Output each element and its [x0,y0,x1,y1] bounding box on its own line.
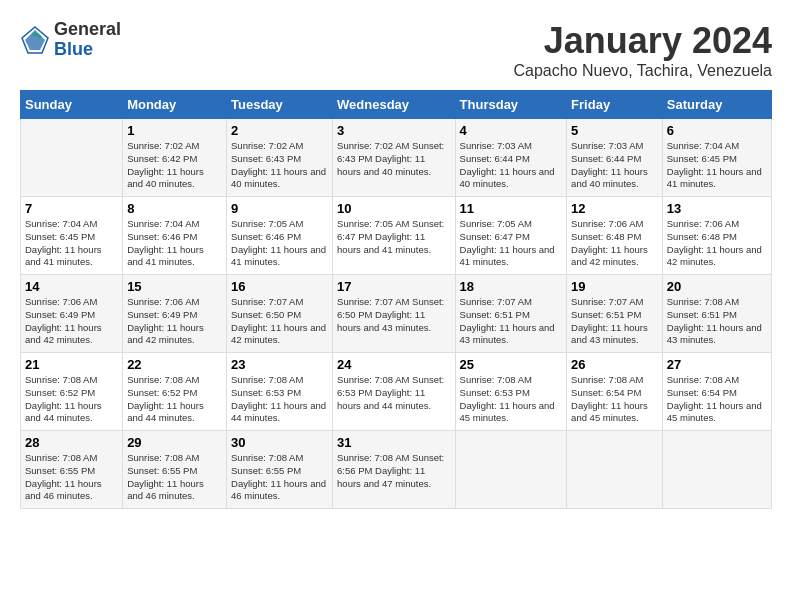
day-info: Sunrise: 7:02 AM Sunset: 6:43 PM Dayligh… [231,140,328,191]
col-thursday: Thursday [455,91,567,119]
calendar-week-row: 21Sunrise: 7:08 AM Sunset: 6:52 PM Dayli… [21,353,772,431]
location: Capacho Nuevo, Tachira, Venezuela [513,62,772,80]
day-number: 10 [337,201,451,216]
day-info: Sunrise: 7:05 AM Sunset: 6:46 PM Dayligh… [231,218,328,269]
day-info: Sunrise: 7:07 AM Sunset: 6:51 PM Dayligh… [571,296,658,347]
calendar-cell: 15Sunrise: 7:06 AM Sunset: 6:49 PM Dayli… [123,275,227,353]
day-info: Sunrise: 7:06 AM Sunset: 6:49 PM Dayligh… [25,296,118,347]
day-info: Sunrise: 7:08 AM Sunset: 6:53 PM Dayligh… [460,374,563,425]
col-friday: Friday [567,91,663,119]
day-number: 30 [231,435,328,450]
day-number: 11 [460,201,563,216]
col-wednesday: Wednesday [333,91,456,119]
day-info: Sunrise: 7:06 AM Sunset: 6:48 PM Dayligh… [667,218,767,269]
title-section: January 2024 Capacho Nuevo, Tachira, Ven… [513,20,772,80]
day-number: 3 [337,123,451,138]
day-number: 5 [571,123,658,138]
calendar-cell: 12Sunrise: 7:06 AM Sunset: 6:48 PM Dayli… [567,197,663,275]
day-number: 19 [571,279,658,294]
day-number: 27 [667,357,767,372]
calendar-cell: 14Sunrise: 7:06 AM Sunset: 6:49 PM Dayli… [21,275,123,353]
day-info: Sunrise: 7:08 AM Sunset: 6:53 PM Dayligh… [337,374,451,412]
calendar-cell: 28Sunrise: 7:08 AM Sunset: 6:55 PM Dayli… [21,431,123,509]
calendar-cell: 19Sunrise: 7:07 AM Sunset: 6:51 PM Dayli… [567,275,663,353]
calendar-cell [455,431,567,509]
day-info: Sunrise: 7:05 AM Sunset: 6:47 PM Dayligh… [337,218,451,256]
day-number: 26 [571,357,658,372]
day-info: Sunrise: 7:08 AM Sunset: 6:54 PM Dayligh… [667,374,767,425]
calendar-cell: 10Sunrise: 7:05 AM Sunset: 6:47 PM Dayli… [333,197,456,275]
day-number: 24 [337,357,451,372]
day-info: Sunrise: 7:04 AM Sunset: 6:45 PM Dayligh… [25,218,118,269]
calendar-cell: 18Sunrise: 7:07 AM Sunset: 6:51 PM Dayli… [455,275,567,353]
logo-blue-text: Blue [54,40,121,60]
calendar-cell: 3Sunrise: 7:02 AM Sunset: 6:43 PM Daylig… [333,119,456,197]
calendar-cell [21,119,123,197]
day-info: Sunrise: 7:08 AM Sunset: 6:52 PM Dayligh… [127,374,222,425]
day-number: 18 [460,279,563,294]
calendar-cell: 4Sunrise: 7:03 AM Sunset: 6:44 PM Daylig… [455,119,567,197]
day-number: 9 [231,201,328,216]
col-monday: Monday [123,91,227,119]
calendar-cell: 25Sunrise: 7:08 AM Sunset: 6:53 PM Dayli… [455,353,567,431]
calendar-week-row: 14Sunrise: 7:06 AM Sunset: 6:49 PM Dayli… [21,275,772,353]
day-info: Sunrise: 7:05 AM Sunset: 6:47 PM Dayligh… [460,218,563,269]
day-info: Sunrise: 7:08 AM Sunset: 6:52 PM Dayligh… [25,374,118,425]
calendar-cell: 21Sunrise: 7:08 AM Sunset: 6:52 PM Dayli… [21,353,123,431]
calendar-cell: 16Sunrise: 7:07 AM Sunset: 6:50 PM Dayli… [227,275,333,353]
calendar-cell: 7Sunrise: 7:04 AM Sunset: 6:45 PM Daylig… [21,197,123,275]
calendar-cell: 23Sunrise: 7:08 AM Sunset: 6:53 PM Dayli… [227,353,333,431]
day-number: 7 [25,201,118,216]
day-number: 29 [127,435,222,450]
col-tuesday: Tuesday [227,91,333,119]
day-number: 17 [337,279,451,294]
day-number: 22 [127,357,222,372]
day-info: Sunrise: 7:08 AM Sunset: 6:54 PM Dayligh… [571,374,658,425]
calendar-week-row: 28Sunrise: 7:08 AM Sunset: 6:55 PM Dayli… [21,431,772,509]
day-info: Sunrise: 7:07 AM Sunset: 6:50 PM Dayligh… [231,296,328,347]
day-info: Sunrise: 7:02 AM Sunset: 6:42 PM Dayligh… [127,140,222,191]
day-number: 31 [337,435,451,450]
calendar-cell: 8Sunrise: 7:04 AM Sunset: 6:46 PM Daylig… [123,197,227,275]
day-number: 16 [231,279,328,294]
logo-general-text: General [54,20,121,40]
day-info: Sunrise: 7:07 AM Sunset: 6:51 PM Dayligh… [460,296,563,347]
calendar-table: Sunday Monday Tuesday Wednesday Thursday… [20,90,772,509]
day-info: Sunrise: 7:08 AM Sunset: 6:51 PM Dayligh… [667,296,767,347]
logo-text: General Blue [54,20,121,60]
calendar-cell: 26Sunrise: 7:08 AM Sunset: 6:54 PM Dayli… [567,353,663,431]
day-number: 13 [667,201,767,216]
calendar-cell: 1Sunrise: 7:02 AM Sunset: 6:42 PM Daylig… [123,119,227,197]
day-info: Sunrise: 7:04 AM Sunset: 6:46 PM Dayligh… [127,218,222,269]
page-header: General Blue January 2024 Capacho Nuevo,… [20,20,772,80]
day-info: Sunrise: 7:06 AM Sunset: 6:49 PM Dayligh… [127,296,222,347]
calendar-cell: 20Sunrise: 7:08 AM Sunset: 6:51 PM Dayli… [662,275,771,353]
day-number: 20 [667,279,767,294]
calendar-cell [567,431,663,509]
day-info: Sunrise: 7:04 AM Sunset: 6:45 PM Dayligh… [667,140,767,191]
calendar-cell: 5Sunrise: 7:03 AM Sunset: 6:44 PM Daylig… [567,119,663,197]
day-info: Sunrise: 7:08 AM Sunset: 6:55 PM Dayligh… [231,452,328,503]
day-number: 25 [460,357,563,372]
calendar-cell: 9Sunrise: 7:05 AM Sunset: 6:46 PM Daylig… [227,197,333,275]
day-number: 2 [231,123,328,138]
col-sunday: Sunday [21,91,123,119]
day-number: 4 [460,123,563,138]
logo: General Blue [20,20,121,60]
calendar-cell: 17Sunrise: 7:07 AM Sunset: 6:50 PM Dayli… [333,275,456,353]
calendar-cell: 30Sunrise: 7:08 AM Sunset: 6:55 PM Dayli… [227,431,333,509]
calendar-cell: 13Sunrise: 7:06 AM Sunset: 6:48 PM Dayli… [662,197,771,275]
calendar-cell [662,431,771,509]
calendar-cell: 29Sunrise: 7:08 AM Sunset: 6:55 PM Dayli… [123,431,227,509]
calendar-cell: 2Sunrise: 7:02 AM Sunset: 6:43 PM Daylig… [227,119,333,197]
calendar-cell: 24Sunrise: 7:08 AM Sunset: 6:53 PM Dayli… [333,353,456,431]
day-info: Sunrise: 7:08 AM Sunset: 6:53 PM Dayligh… [231,374,328,425]
calendar-cell: 27Sunrise: 7:08 AM Sunset: 6:54 PM Dayli… [662,353,771,431]
calendar-header-row: Sunday Monday Tuesday Wednesday Thursday… [21,91,772,119]
calendar-week-row: 7Sunrise: 7:04 AM Sunset: 6:45 PM Daylig… [21,197,772,275]
day-number: 6 [667,123,767,138]
day-info: Sunrise: 7:03 AM Sunset: 6:44 PM Dayligh… [571,140,658,191]
day-info: Sunrise: 7:08 AM Sunset: 6:55 PM Dayligh… [25,452,118,503]
logo-icon [20,25,50,55]
day-number: 21 [25,357,118,372]
